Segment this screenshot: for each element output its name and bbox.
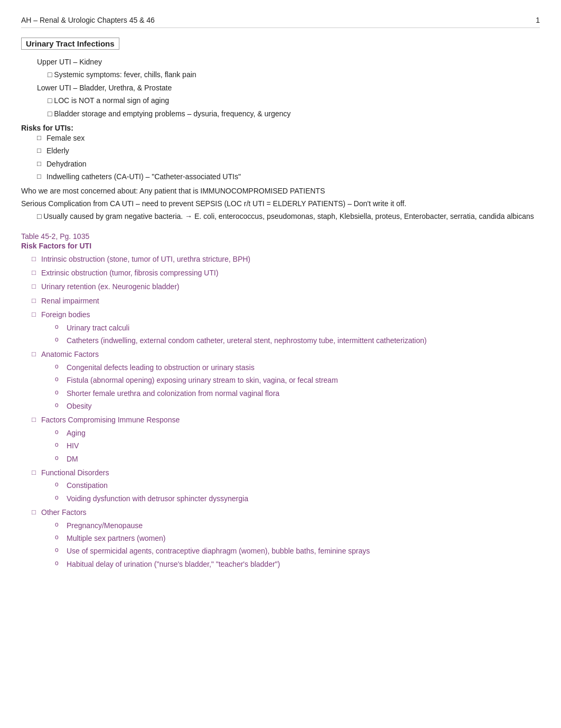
rf-item-6-subs: o Aging o HIV o DM [55, 427, 540, 465]
risk-factors-list: □ Intrinsic obstruction (stone, tumor of… [32, 253, 540, 570]
bullet-square-2: □ [37, 145, 46, 156]
bullet-square-rf4: □ [32, 309, 41, 320]
rf-sub-7-1: o Voiding dysfunction with detrusor sphi… [55, 493, 540, 504]
risk-item-2-text: Elderly [46, 145, 540, 156]
bullet-square-rf7: □ [32, 467, 41, 478]
lower-uti-bullet2: □ Bladder storage and emptying problems … [48, 108, 540, 119]
rf-item-2-text: Urinary retention (ex. Neurogenic bladde… [41, 281, 540, 292]
rf-item-5-subs: o Congenital defects leading to obstruct… [55, 362, 540, 412]
rf-sub-5-2: o Shorter female urethra and colonizatio… [55, 388, 540, 399]
o-bullet-4-0: o [55, 322, 67, 332]
rf-sub-8-1-text: Multiple sex partners (women) [67, 532, 166, 544]
o-bullet-5-2: o [55, 388, 67, 398]
rf-sub-8-2: o Use of spermicidal agents, contracepti… [55, 545, 540, 557]
bullet-square-5: □ [37, 212, 43, 220]
rf-item-7-header: □ Functional Disorders [32, 467, 540, 478]
rf-item-4-text: Foreign bodies [41, 309, 540, 320]
rf-item-8-subs: o Pregnancy/Menopause o Multiple sex par… [55, 520, 540, 570]
lower-uti-bullet2-text: Bladder storage and emptying problems – … [54, 109, 291, 118]
rf-sub-7-0: o Constipation [55, 480, 540, 491]
bullet-square-rf3: □ [32, 296, 41, 307]
risk-item-4: □ Indwelling catheters (CA-UTI) – "Cathe… [37, 171, 540, 182]
bullet-square-rf6: □ [32, 414, 41, 426]
bullet-square-1: □ [37, 133, 46, 144]
rf-sub-8-3-text: Habitual delay of urination ("nurse's bl… [67, 558, 280, 570]
gram-negative-text: Usually caused by gram negative bacteria… [43, 212, 534, 220]
lower-uti-bullet1: □ LOC is NOT a normal sign of aging [48, 95, 540, 106]
rf-sub-5-0: o Congenital defects leading to obstruct… [55, 362, 540, 373]
bullet-sym: □ [48, 70, 54, 79]
rf-item-4-header: □ Foreign bodies [32, 309, 540, 320]
rf-sub-6-1-text: HIV [67, 440, 79, 451]
rf-sub-5-1: o Fistula (abnormal opening) exposing ur… [55, 374, 540, 386]
o-bullet-4-1: o [55, 335, 67, 345]
rf-sub-6-2: o DM [55, 453, 540, 465]
bullet-square-rf2: □ [32, 281, 41, 292]
gram-negative-section: □ Usually caused by gram negative bacter… [37, 210, 540, 222]
rf-sub-5-1-text: Fistula (abnormal opening) exposing urin… [67, 374, 338, 386]
rf-item-5-header: □ Anatomic Factors [32, 348, 540, 360]
rf-item-5: □ Anatomic Factors o Congenital defects … [32, 348, 540, 412]
rf-item-6-header: □ Factors Compromising Immune Response [32, 414, 540, 426]
bullet-square-rf5: □ [32, 349, 41, 360]
risk-item-1-text: Female sex [46, 132, 540, 144]
rf-item-7: □ Functional Disorders o Constipation o … [32, 467, 540, 504]
rf-item-4: □ Foreign bodies o Urinary tract calculi… [32, 309, 540, 346]
rf-sub-5-3-text: Obesity [67, 400, 91, 412]
rf-item-3-text: Renal impairment [41, 295, 540, 307]
rf-item-1-text: Extrinsic obstruction (tumor, fibrosis c… [41, 267, 540, 279]
upper-uti-bullet: □ Systemic symptoms: fever, chills, flan… [48, 69, 540, 80]
rf-sub-8-3: o Habitual delay of urination ("nurse's … [55, 558, 540, 570]
o-bullet-7-1: o [55, 493, 67, 503]
rf-item-6-text: Factors Compromising Immune Response [41, 414, 540, 426]
bullet-square-rf0: □ [32, 254, 41, 265]
rf-sub-6-1: o HIV [55, 440, 540, 451]
rf-sub-5-3: o Obesity [55, 400, 540, 412]
bullet-sym3: □ [48, 109, 54, 118]
rf-sub-8-1: o Multiple sex partners (women) [55, 532, 540, 544]
risk-item-3-text: Dehydration [46, 158, 540, 170]
o-bullet-5-0: o [55, 362, 67, 372]
rf-sub-5-2-text: Shorter female urethra and colonization … [67, 388, 279, 399]
bullet-square-rf8: □ [32, 507, 41, 518]
rf-item-0-text: Intrinsic obstruction (stone, tumor of U… [41, 253, 540, 265]
rf-item-8-text: Other Factors [41, 506, 540, 518]
rf-item-5-text: Anatomic Factors [41, 348, 540, 360]
bullet-square-rf1: □ [32, 268, 41, 279]
section-heading: Urinary Tract Infections [21, 38, 119, 50]
rf-item-6: □ Factors Compromising Immune Response o… [32, 414, 540, 465]
rf-item-1: □ Extrinsic obstruction (tumor, fibrosis… [32, 267, 540, 279]
rf-sub-8-2-text: Use of spermicidal agents, contraceptive… [67, 545, 370, 557]
risks-section: Risks for UTIs: □ Female sex □ Elderly □… [21, 124, 540, 183]
rf-item-8: □ Other Factors o Pregnancy/Menopause o … [32, 506, 540, 570]
risk-item-2: □ Elderly [37, 145, 540, 156]
o-bullet-8-2: o [55, 545, 67, 555]
rf-sub-5-0-text: Congenital defects leading to obstructio… [67, 362, 255, 373]
o-bullet-8-1: o [55, 532, 67, 542]
rf-sub-4-0: o Urinary tract calculi [55, 322, 540, 334]
upper-uti-bullet-text: Systemic symptoms: fever, chills, flank … [54, 70, 196, 79]
o-bullet-6-1: o [55, 440, 67, 450]
upper-uti-section: Upper UTI – Kidney □ Systemic symptoms: … [21, 56, 540, 119]
concerned-text-1: Who we are most concerned about: Any pat… [21, 185, 540, 197]
rf-sub-6-2-text: DM [67, 453, 78, 465]
o-bullet-6-0: o [55, 427, 67, 437]
concerned-text-2: Serious Complication from CA UTI – need … [21, 198, 540, 209]
rf-item-7-text: Functional Disorders [41, 467, 540, 478]
o-bullet-6-2: o [55, 453, 67, 463]
rf-item-3: □ Renal impairment [32, 295, 540, 307]
rf-item-0: □ Intrinsic obstruction (stone, tumor of… [32, 253, 540, 265]
rf-item-2: □ Urinary retention (ex. Neurogenic blad… [32, 281, 540, 292]
rf-sub-6-0-text: Aging [67, 427, 86, 439]
o-bullet-8-0: o [55, 520, 67, 530]
o-bullet-5-3: o [55, 400, 67, 410]
risk-item-1: □ Female sex [37, 132, 540, 144]
bullet-square-4: □ [37, 171, 46, 182]
rf-sub-8-0: o Pregnancy/Menopause [55, 520, 540, 531]
rf-sub-6-0: o Aging [55, 427, 540, 439]
risks-label: Risks for UTIs: [21, 124, 73, 132]
upper-uti-label: Upper UTI – Kidney [37, 56, 540, 68]
bullet-square-3: □ [37, 159, 46, 170]
rf-sub-4-0-text: Urinary tract calculi [67, 322, 129, 334]
page-title: AH – Renal & Urologic Chapters 45 & 46 [21, 16, 155, 24]
